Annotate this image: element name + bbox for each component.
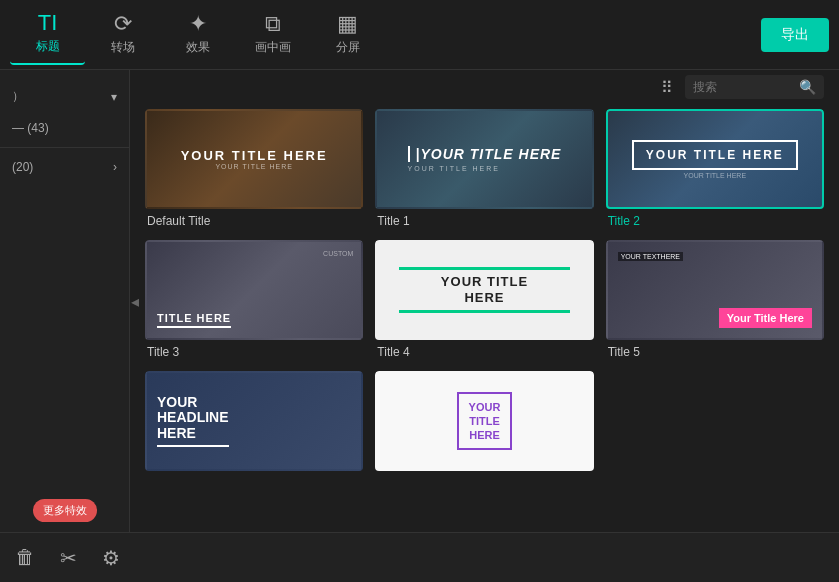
template-thumb-title7[interactable]: YOURTITLEHERE (375, 371, 593, 471)
template-scroll-area: YOUR TITLE HERE YOUR TITLE HERE Default … (130, 109, 839, 532)
toolbar-label-split: 分屏 (336, 39, 360, 56)
template-card-title1[interactable]: |YOUR TITLE HERE YOUR TITLE HERE Title 1 (375, 109, 593, 228)
title5-small: YOUR TEXTHERE (618, 252, 683, 261)
sidebar-section-label-2: (20) (12, 160, 33, 174)
template-card-title5[interactable]: YOUR TEXTHERE Your Title Here Title 5 (606, 240, 824, 359)
title2-sub: YOUR TITLE HERE (684, 172, 747, 179)
sidebar-section-label-1: — (43) (12, 121, 49, 135)
sidebar-section-label-0: ） (12, 88, 24, 105)
toolbar-item-transition[interactable]: ⟳ 转场 (85, 5, 160, 65)
title3-box: TITLE HERE (157, 312, 231, 328)
template-thumb-title1[interactable]: |YOUR TITLE HERE YOUR TITLE HERE (375, 109, 593, 209)
sidebar-section-2[interactable]: (20) › (0, 152, 129, 182)
template-label-title3: Title 3 (145, 340, 363, 359)
bottom-bar: 🗑 ✂ ⚙ (0, 532, 839, 582)
template-label-title6 (145, 471, 363, 476)
toolbar-label-effects: 效果 (186, 39, 210, 56)
template-card-title4[interactable]: YOUR TITLEHERE Title 4 (375, 240, 593, 359)
pip-icon: ⧉ (265, 13, 281, 35)
sidebar-arrow-2: › (113, 160, 117, 174)
title5-pink: Your Title Here (719, 308, 812, 328)
title-icon: TI (38, 12, 58, 34)
template-label-title4: Title 4 (375, 340, 593, 359)
transition-icon: ⟳ (114, 13, 132, 35)
toolbar-label-title: 标题 (36, 38, 60, 55)
default-title-text: YOUR TITLE HERE (181, 148, 328, 163)
search-icon[interactable]: 🔍 (799, 79, 816, 95)
grid-view-icon[interactable]: ⠿ (661, 78, 675, 97)
search-bar: ⠿ 🔍 (130, 70, 839, 109)
template-card-title6[interactable]: YOURHEADLINEHERE (145, 371, 363, 476)
sidebar-section-1[interactable]: — (43) (0, 113, 129, 143)
toolbar-item-split[interactable]: ▦ 分屏 (310, 5, 385, 65)
title7-text: YOURTITLEHERE (469, 400, 501, 443)
more-effects-badge[interactable]: 更多特效 (33, 499, 97, 522)
template-thumb-title3[interactable]: CUSTOM TITLE HERE (145, 240, 363, 340)
main-area: ） ▾ — (43) (20) › 更多特效 ◂ ⠿ 🔍 (0, 70, 839, 532)
template-thumb-title5[interactable]: YOUR TEXTHERE Your Title Here (606, 240, 824, 340)
sidebar-chevron-0: ▾ (111, 90, 117, 104)
template-label-title1: Title 1 (375, 209, 593, 228)
toolbar-item-effects[interactable]: ✦ 效果 (160, 5, 235, 65)
title2-box: YOUR TITLE HERE (632, 140, 798, 170)
search-input-wrap: 🔍 (685, 75, 824, 99)
toolbar-item-title[interactable]: TI 标题 (10, 5, 85, 65)
template-thumb-title4[interactable]: YOUR TITLEHERE (375, 240, 593, 340)
title1-sub: YOUR TITLE HERE (408, 165, 501, 172)
adjust-icon[interactable]: ⚙ (102, 546, 120, 570)
title4-bar-top (399, 267, 570, 270)
title4-main: YOUR TITLEHERE (441, 274, 528, 305)
template-thumb-title6[interactable]: YOURHEADLINEHERE (145, 371, 363, 471)
default-sub-text: YOUR TITLE HERE (215, 163, 293, 170)
template-card-title2[interactable]: YOUR TITLE HERE YOUR TITLE HERE Title 2 (606, 109, 824, 228)
template-label-title2: Title 2 (606, 209, 824, 228)
template-card-title3[interactable]: CUSTOM TITLE HERE Title 3 (145, 240, 363, 359)
toolbar-label-pip: 画中画 (255, 39, 291, 56)
template-card-default[interactable]: YOUR TITLE HERE YOUR TITLE HERE Default … (145, 109, 363, 228)
template-card-title7[interactable]: YOURTITLEHERE (375, 371, 593, 476)
delete-icon[interactable]: 🗑 (15, 546, 35, 569)
template-thumb-default[interactable]: YOUR TITLE HERE YOUR TITLE HERE (145, 109, 363, 209)
template-label-title7 (375, 471, 593, 476)
title3-corner: CUSTOM (323, 250, 353, 257)
search-input[interactable] (693, 80, 793, 94)
title6-headline: YOURHEADLINEHERE (157, 395, 229, 447)
sidebar-section-0[interactable]: ） ▾ (0, 80, 129, 113)
split-icon: ▦ (337, 13, 358, 35)
template-label-default: Default Title (145, 209, 363, 228)
title7-box: YOURTITLEHERE (457, 392, 513, 451)
template-thumb-title2[interactable]: YOUR TITLE HERE YOUR TITLE HERE (606, 109, 824, 209)
template-label-title5: Title 5 (606, 340, 824, 359)
toolbar-item-pip[interactable]: ⧉ 画中画 (235, 5, 310, 65)
export-button[interactable]: 导出 (761, 18, 829, 52)
template-grid: YOUR TITLE HERE YOUR TITLE HERE Default … (130, 109, 839, 491)
content-area: ⠿ 🔍 YOUR TITLE HERE YOUR TITLE HERE Defa… (130, 70, 839, 532)
toolbar-label-transition: 转场 (111, 39, 135, 56)
title1-main: |YOUR TITLE HERE (408, 146, 562, 162)
title4-bar-bottom (399, 310, 570, 313)
sidebar: ） ▾ — (43) (20) › 更多特效 ◂ (0, 70, 130, 532)
scissors-icon[interactable]: ✂ (60, 546, 77, 570)
top-toolbar: TI 标题 ⟳ 转场 ✦ 效果 ⧉ 画中画 ▦ 分屏 导出 (0, 0, 839, 70)
effects-icon: ✦ (189, 13, 207, 35)
